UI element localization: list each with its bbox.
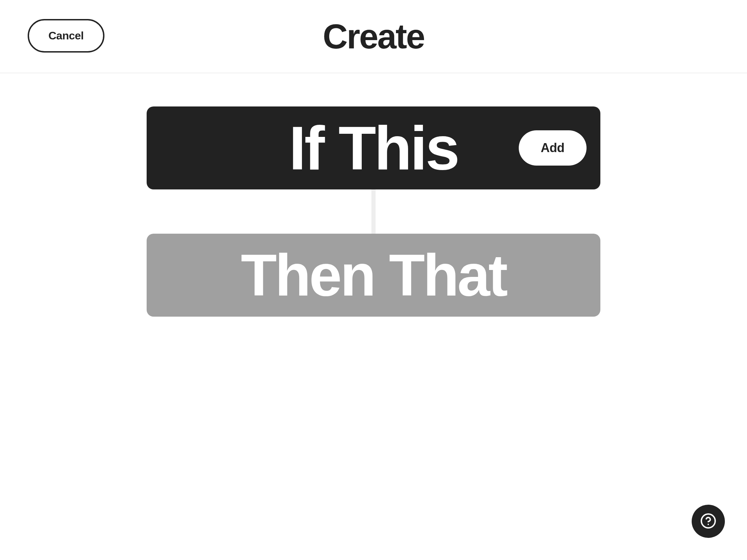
connector-line [371, 189, 376, 234]
help-icon [700, 513, 717, 530]
trigger-block[interactable]: If This Add [147, 106, 600, 189]
trigger-label: If This [289, 113, 458, 184]
page-header: Cancel Create [0, 0, 747, 73]
add-trigger-button[interactable]: Add [519, 130, 587, 166]
cancel-button[interactable]: Cancel [28, 19, 104, 53]
action-block: Then That [147, 234, 600, 317]
help-button[interactable] [692, 505, 725, 538]
action-label: Then That [241, 241, 506, 309]
page-title: Create [323, 17, 424, 56]
applet-builder: If This Add Then That [0, 73, 747, 317]
